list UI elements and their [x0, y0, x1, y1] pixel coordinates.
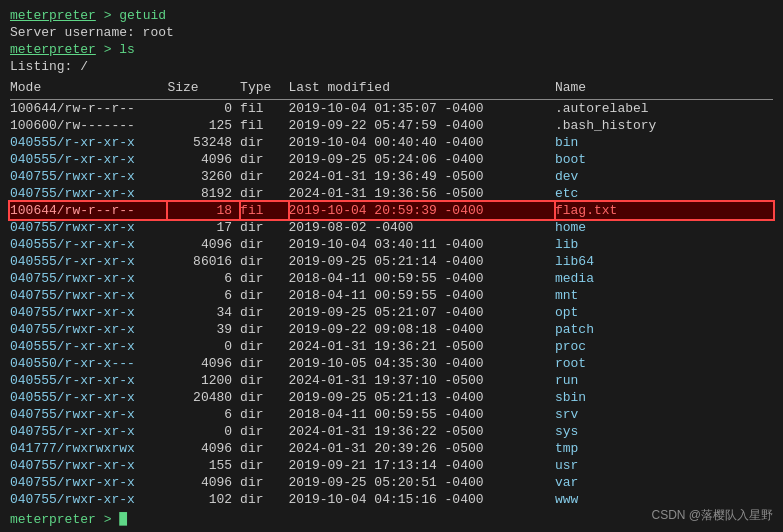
table-row: 040555/r-xr-xr-x 53248 dir 2019-10-04 00… — [10, 134, 773, 151]
cell-name: usr — [555, 457, 773, 474]
cell-modified: 2019-10-04 20:59:39 -0400 — [289, 202, 555, 219]
table-row: 040755/rwxr-xr-x 4096 dir 2019-09-25 05:… — [10, 474, 773, 491]
cell-mode: 100600/rw------- — [10, 117, 167, 134]
cell-modified: 2019-10-04 01:35:07 -0400 — [289, 100, 555, 118]
cell-mode: 040555/r-xr-xr-x — [10, 151, 167, 168]
cell-type: dir — [240, 253, 288, 270]
cell-name: tmp — [555, 440, 773, 457]
csdn-badge: CSDN @落樱队入星野 — [651, 507, 773, 524]
cell-type: dir — [240, 219, 288, 236]
cell-type: dir — [240, 236, 288, 253]
cell-mode: 040755/rwxr-xr-x — [10, 304, 167, 321]
cell-modified: 2018-04-11 00:59:55 -0400 — [289, 270, 555, 287]
cell-modified: 2019-09-25 05:21:13 -0400 — [289, 389, 555, 406]
cell-name: www — [555, 491, 773, 508]
prompt-line-1: meterpreter > getuid — [10, 8, 773, 23]
cell-modified: 2024-01-31 19:36:56 -0500 — [289, 185, 555, 202]
cell-modified: 2019-10-04 00:40:40 -0400 — [289, 134, 555, 151]
cell-name: media — [555, 270, 773, 287]
cell-type: fil — [240, 202, 288, 219]
cell-name: run — [555, 372, 773, 389]
cell-type: dir — [240, 185, 288, 202]
cell-modified: 2019-10-05 04:35:30 -0400 — [289, 355, 555, 372]
cell-name: dev — [555, 168, 773, 185]
cell-mode: 040755/rwxr-xr-x — [10, 168, 167, 185]
meterpreter-link: meterpreter — [10, 8, 96, 23]
cell-mode: 040755/rwxr-xr-x — [10, 287, 167, 304]
cell-name: bin — [555, 134, 773, 151]
cell-type: dir — [240, 474, 288, 491]
cell-mode: 040755/rwxr-xr-x — [10, 185, 167, 202]
cell-size: 4096 — [167, 236, 240, 253]
prompt-arrow-1: > getuid — [104, 8, 166, 23]
cell-type: dir — [240, 168, 288, 185]
table-row: 040555/r-xr-xr-x 4096 dir 2019-09-25 05:… — [10, 151, 773, 168]
prompt-ls: > ls — [104, 42, 135, 57]
cell-name: flag.txt — [555, 202, 773, 219]
cell-size: 86016 — [167, 253, 240, 270]
cell-mode: 040555/r-xr-xr-x — [10, 134, 167, 151]
cell-mode: 100644/rw-r--r-- — [10, 100, 167, 118]
table-row: 040755/rwxr-xr-x 17 dir 2019-08-02 -0400… — [10, 219, 773, 236]
table-row: 100600/rw------- 125 fil 2019-09-22 05:4… — [10, 117, 773, 134]
cell-name: .bash_history — [555, 117, 773, 134]
cell-type: dir — [240, 491, 288, 508]
cell-modified: 2024-01-31 19:37:10 -0500 — [289, 372, 555, 389]
cell-mode: 040555/r-xr-xr-x — [10, 338, 167, 355]
cell-name: proc — [555, 338, 773, 355]
cell-mode: 040755/rwxr-xr-x — [10, 270, 167, 287]
table-row: 041777/rwxrwxrwx 4096 dir 2024-01-31 20:… — [10, 440, 773, 457]
cell-name: var — [555, 474, 773, 491]
table-row: 040555/r-xr-xr-x 4096 dir 2019-10-04 03:… — [10, 236, 773, 253]
cell-modified: 2019-09-22 09:08:18 -0400 — [289, 321, 555, 338]
cell-modified: 2019-09-21 17:13:14 -0400 — [289, 457, 555, 474]
header-size: Size — [167, 80, 240, 97]
cell-mode: 040755/rwxr-xr-x — [10, 406, 167, 423]
table-row: 100644/rw-r--r-- 0 fil 2019-10-04 01:35:… — [10, 100, 773, 118]
cell-mode: 040555/r-xr-xr-x — [10, 253, 167, 270]
cell-type: dir — [240, 321, 288, 338]
table-row: 040755/rwxr-xr-x 3260 dir 2024-01-31 19:… — [10, 168, 773, 185]
cell-modified: 2024-01-31 20:39:26 -0500 — [289, 440, 555, 457]
cell-mode: 040555/r-xr-xr-x — [10, 372, 167, 389]
cell-name: sys — [555, 423, 773, 440]
table-row: 040555/r-xr-xr-x 20480 dir 2019-09-25 05… — [10, 389, 773, 406]
cell-type: dir — [240, 372, 288, 389]
cell-modified: 2018-04-11 00:59:55 -0400 — [289, 287, 555, 304]
listing-header: Listing: / — [10, 59, 773, 74]
cell-size: 8192 — [167, 185, 240, 202]
cell-mode: 040755/rwxr-xr-x — [10, 457, 167, 474]
cell-type: dir — [240, 338, 288, 355]
cell-name: etc — [555, 185, 773, 202]
header-name: Name — [555, 80, 773, 97]
cell-size: 0 — [167, 100, 240, 118]
header-mode: Mode — [10, 80, 167, 97]
cell-type: dir — [240, 440, 288, 457]
table-row: 040755/rwxr-xr-x 6 dir 2018-04-11 00:59:… — [10, 270, 773, 287]
cell-size: 4096 — [167, 355, 240, 372]
cell-size: 20480 — [167, 389, 240, 406]
cell-size: 6 — [167, 287, 240, 304]
cell-name: srv — [555, 406, 773, 423]
header-type: Type — [240, 80, 288, 97]
cell-size: 6 — [167, 270, 240, 287]
cell-name: patch — [555, 321, 773, 338]
cell-modified: 2024-01-31 19:36:22 -0500 — [289, 423, 555, 440]
cell-size: 4096 — [167, 440, 240, 457]
cell-type: fil — [240, 100, 288, 118]
cell-modified: 2019-09-25 05:21:14 -0400 — [289, 253, 555, 270]
cell-name: .autorelabel — [555, 100, 773, 118]
cell-type: dir — [240, 355, 288, 372]
table-row: 040755/rwxr-xr-x 6 dir 2018-04-11 00:59:… — [10, 406, 773, 423]
table-row: 040555/r-xr-xr-x 86016 dir 2019-09-25 05… — [10, 253, 773, 270]
cell-size: 102 — [167, 491, 240, 508]
cell-mode: 040755/rwxr-xr-x — [10, 491, 167, 508]
table-row: 040755/rwxr-xr-x 39 dir 2019-09-22 09:08… — [10, 321, 773, 338]
cell-modified: 2019-09-25 05:20:51 -0400 — [289, 474, 555, 491]
table-row: 040755/r-xr-xr-x 0 dir 2024-01-31 19:36:… — [10, 423, 773, 440]
table-row: 040550/r-xr-x--- 4096 dir 2019-10-05 04:… — [10, 355, 773, 372]
table-row: 040755/rwxr-xr-x 6 dir 2018-04-11 00:59:… — [10, 287, 773, 304]
cell-mode: 040555/r-xr-xr-x — [10, 236, 167, 253]
cell-size: 4096 — [167, 151, 240, 168]
cell-size: 155 — [167, 457, 240, 474]
